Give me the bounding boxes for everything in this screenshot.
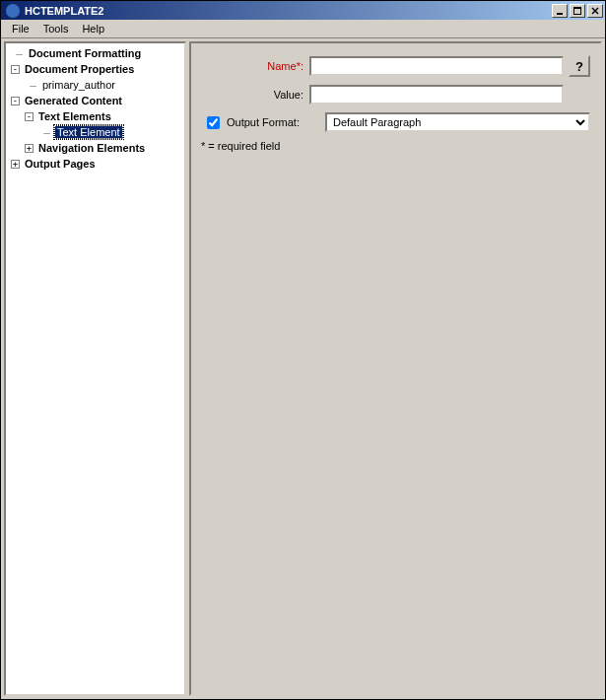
output-format-row: Output Format: Default Paragraph [201, 112, 590, 132]
collapse-icon[interactable]: - [25, 112, 34, 121]
app-icon [6, 4, 20, 18]
svg-rect-0 [557, 13, 563, 15]
expand-icon[interactable]: + [25, 144, 34, 153]
value-label: Value: [201, 89, 309, 101]
tree-item-text-element[interactable]: — Text Element [6, 124, 184, 140]
titlebar[interactable]: HCTEMPLATE2 [1, 1, 605, 20]
required-field-note: * = required field [201, 140, 590, 152]
tree-label-selected: Text Element [54, 125, 123, 139]
tree-label: primary_author [40, 79, 117, 91]
tree-label: Document Properties [23, 63, 136, 75]
collapse-icon[interactable]: - [11, 65, 20, 74]
tree-label: Text Elements [36, 110, 113, 122]
output-format-select[interactable]: Default Paragraph [325, 112, 590, 132]
tree-leaf-icon: — [39, 126, 54, 139]
tree-panel: — Document Formatting - Document Propert… [4, 41, 186, 696]
body: — Document Formatting - Document Propert… [1, 38, 605, 699]
tree-item-text-elements[interactable]: - Text Elements [6, 108, 184, 124]
value-input[interactable] [309, 85, 564, 105]
tree-item-doc-properties[interactable]: - Document Properties [6, 61, 184, 77]
name-row: Name*: ? [201, 55, 590, 77]
tree-label: Document Formatting [27, 47, 143, 59]
tree-leaf-icon: — [12, 47, 27, 60]
menu-file[interactable]: File [5, 21, 36, 36]
tree-label: Navigation Elements [36, 142, 147, 154]
menu-tools[interactable]: Tools [36, 21, 76, 36]
tree-item-primary-author[interactable]: — primary_author [6, 77, 184, 93]
tree-item-generated-content[interactable]: - Generated Content [6, 93, 184, 108]
collapse-icon[interactable]: - [11, 97, 20, 105]
menu-help[interactable]: Help [75, 21, 111, 36]
tree-label: Output Pages [23, 158, 98, 170]
window-title: HCTEMPLATE2 [23, 5, 550, 17]
tree-item-doc-formatting[interactable]: — Document Formatting [6, 45, 184, 61]
name-label: Name*: [201, 60, 309, 72]
form-panel: Name*: ? Value: Output Format: Default P… [189, 41, 602, 696]
window-controls [550, 4, 603, 18]
svg-rect-2 [573, 7, 581, 9]
name-input[interactable] [309, 56, 564, 76]
menubar: File Tools Help [1, 20, 605, 38]
maximize-button[interactable] [570, 4, 585, 18]
tree-item-nav-elements[interactable]: + Navigation Elements [6, 140, 184, 156]
output-format-checkbox[interactable] [207, 116, 220, 129]
expand-icon[interactable]: + [11, 160, 20, 169]
tree-label: Generated Content [23, 95, 124, 106]
output-format-label: Output Format: [221, 116, 309, 128]
close-button[interactable] [587, 4, 603, 18]
tree-leaf-icon: — [26, 79, 40, 92]
app-window: HCTEMPLATE2 File Tools Help — Document F… [0, 0, 606, 700]
value-row: Value: [201, 85, 590, 105]
tree-item-output-pages[interactable]: + Output Pages [6, 156, 184, 172]
minimize-button[interactable] [552, 4, 568, 18]
help-button[interactable]: ? [569, 55, 590, 77]
